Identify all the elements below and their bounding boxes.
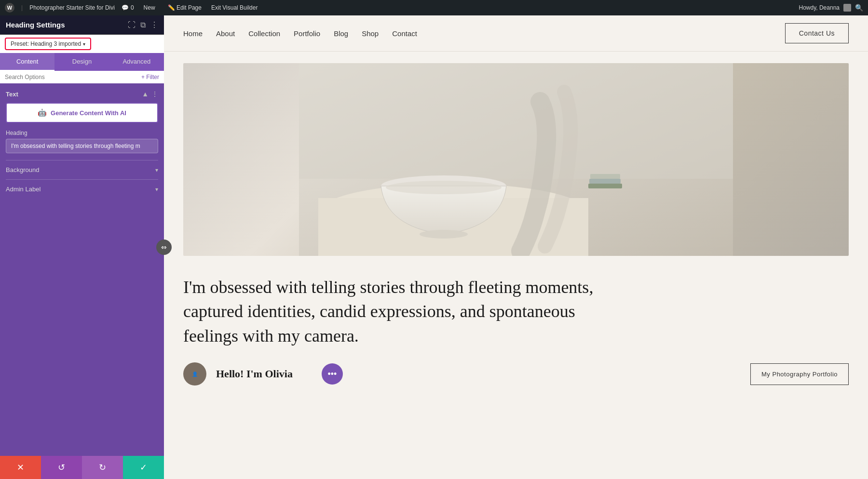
background-label: Background [6, 166, 39, 173]
nav-contact[interactable]: Contact [392, 29, 417, 38]
hero-bowl-svg [299, 63, 733, 256]
edit-icon: ✏️ [168, 4, 175, 11]
section-actions: ▲ ⋮ [142, 90, 158, 98]
svg-rect-7 [588, 184, 622, 188]
preset-arrow-icon: ▾ [83, 41, 85, 47]
fullscreen-icon[interactable]: ⛶ [128, 21, 136, 29]
nav-menu: Home About Collection Portfolio Blog Sho… [183, 29, 417, 38]
svg-rect-1 [299, 63, 733, 179]
filter-button[interactable]: + Filter [141, 74, 159, 80]
preset-label: Preset: Heading 3 imported [11, 40, 81, 47]
site-name[interactable]: Photographer Starter Site for Divi [29, 4, 115, 11]
exit-visual-builder[interactable]: Exit Visual Builder [211, 4, 258, 11]
hero-heading-area: I'm obsessed with telling stories throug… [164, 261, 868, 353]
tab-advanced[interactable]: Advanced [109, 53, 164, 71]
tab-design[interactable]: Design [54, 53, 109, 71]
main-layout: Heading Settings ⛶ ⧉ ⋮ Preset: Heading 3… [0, 15, 868, 479]
avatar-placeholder: 👤 [192, 372, 198, 377]
avatar: 👤 [183, 362, 206, 386]
nav-home[interactable]: Home [183, 29, 203, 38]
dots-menu-button[interactable]: ••• [322, 363, 343, 385]
undo-button[interactable]: ↺ [41, 456, 82, 479]
nav-blog[interactable]: Blog [334, 29, 348, 38]
search-input[interactable] [5, 74, 137, 80]
hello-text: Hello! I'm Olivia [216, 368, 293, 380]
svg-point-6 [420, 230, 468, 239]
nav-about[interactable]: About [216, 29, 235, 38]
hero-heading: I'm obsessed with telling stories throug… [183, 275, 608, 348]
preset-bar: Preset: Heading 3 imported ▾ [0, 35, 164, 53]
ai-button-label: Generate Content With AI [51, 109, 126, 117]
resize-handle[interactable]: ⇔ [156, 240, 172, 255]
svg-point-5 [386, 181, 502, 194]
sidebar-search-bar: + Filter [0, 71, 164, 83]
contact-us-button[interactable]: Contact Us [785, 23, 849, 43]
more-options-icon[interactable]: ⋮ [150, 20, 158, 29]
sidebar-content: Text ▲ ⋮ 🤖 Generate Content With AI Head… [0, 83, 164, 456]
sidebar-tabs: Content Design Advanced [0, 53, 164, 71]
nav-collection[interactable]: Collection [248, 29, 280, 38]
background-arrow-icon: ▾ [155, 167, 158, 173]
user-avatar[interactable] [843, 4, 851, 12]
comments-count: 0 [131, 4, 134, 11]
site-nav: Home About Collection Portfolio Blog Sho… [164, 15, 868, 52]
cancel-button[interactable]: ✕ [0, 456, 41, 479]
portfolio-button[interactable]: My Photography Portfolio [750, 363, 849, 385]
sidebar-toolbar: ✕ ↺ ↻ ✓ [0, 456, 164, 479]
new-item[interactable]: New [141, 3, 158, 12]
ai-icon: 🤖 [38, 108, 47, 117]
page-content: Home About Collection Portfolio Blog Sho… [164, 15, 868, 479]
tab-content[interactable]: Content [0, 53, 54, 71]
admin-bar: W | Photographer Starter Site for Divi 💬… [0, 0, 868, 15]
split-view-icon[interactable]: ⧉ [140, 21, 146, 29]
howdy-text: Howdy, Deanna [799, 4, 840, 11]
text-section-header: Text ▲ ⋮ [6, 90, 158, 98]
section-menu-icon[interactable]: ⋮ [151, 90, 158, 98]
admin-label-section[interactable]: Admin Label ▾ [6, 179, 158, 199]
heading-field-group: Heading [6, 130, 158, 153]
heading-input[interactable] [6, 139, 158, 153]
save-button[interactable]: ✓ [123, 456, 164, 479]
sidebar-title: Heading Settings [6, 21, 65, 29]
nav-shop[interactable]: Shop [362, 29, 379, 38]
search-icon[interactable]: 🔍 [855, 4, 863, 12]
preset-button[interactable]: Preset: Heading 3 imported ▾ [5, 38, 91, 50]
bottom-strip: 👤 Hello! I'm Olivia ••• My Photography P… [164, 353, 868, 395]
sidebar-header-icons: ⛶ ⧉ ⋮ [128, 20, 158, 29]
background-section[interactable]: Background ▾ [6, 160, 158, 179]
admin-bar-right: Howdy, Deanna 🔍 [799, 4, 864, 12]
generate-ai-button[interactable]: 🤖 Generate Content With AI [6, 103, 158, 123]
admin-label-arrow-icon: ▾ [155, 186, 158, 193]
heading-field-label: Heading [6, 130, 158, 136]
nav-portfolio[interactable]: Portfolio [294, 29, 320, 38]
dots-icon: ••• [327, 369, 337, 379]
edit-page-item[interactable]: ✏️ Edit Page [165, 3, 204, 12]
admin-label-text: Admin Label [6, 186, 41, 193]
redo-button[interactable]: ↻ [82, 456, 123, 479]
comments-icon[interactable]: 💬 0 [122, 4, 134, 11]
collapse-icon[interactable]: ▲ [142, 90, 149, 98]
comment-bubble: 💬 [122, 4, 129, 11]
hero-image [183, 63, 849, 256]
svg-rect-8 [589, 179, 621, 184]
hero-image-wrapper [164, 52, 868, 261]
svg-rect-9 [590, 174, 620, 179]
sidebar-header: Heading Settings ⛶ ⧉ ⋮ [0, 15, 164, 35]
separator: | [21, 4, 23, 11]
sidebar-panel: Heading Settings ⛶ ⧉ ⋮ Preset: Heading 3… [0, 15, 164, 479]
text-section-title: Text [6, 91, 18, 98]
wp-logo-icon[interactable]: W [5, 3, 14, 13]
